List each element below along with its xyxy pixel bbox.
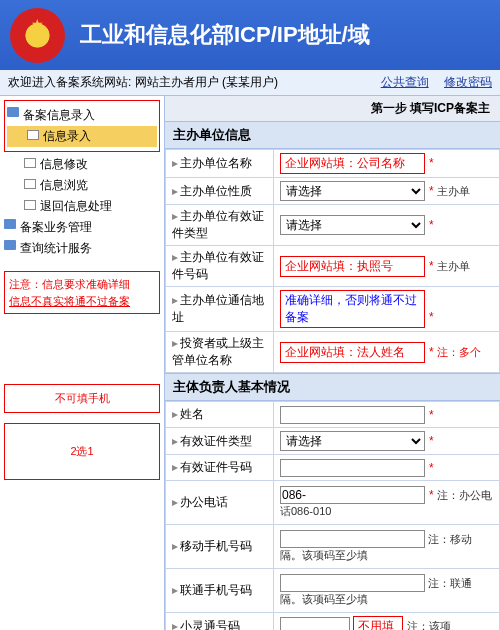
step-indicator: 第一步 填写ICP备案主 xyxy=(165,96,500,121)
field-investor[interactable]: 企业网站填：法人姓名 xyxy=(280,342,425,363)
form-org: ▸主办单位名称 企业网站填：公司名称* ▸主办单位性质 请选择* 主办单 ▸主办… xyxy=(165,149,500,373)
input-phs[interactable] xyxy=(280,617,350,630)
note-accuracy: 注意：信息要求准确详细 信息不真实将通不过备案 xyxy=(4,271,160,314)
input-mobile[interactable] xyxy=(280,530,425,548)
note-no-mobile: 不可填手机 xyxy=(4,384,160,413)
welcome-text: 欢迎进入备案系统网站: 网站主办者用户 (某某用户) xyxy=(8,74,278,91)
link-public-query[interactable]: 公共查询 xyxy=(381,75,429,89)
form-person: ▸姓名 * ▸有效证件类型 请选择* ▸有效证件号码 * ▸办公电话 * 注：办… xyxy=(165,401,500,630)
sidebar: 备案信息录入 信息录入 信息修改 信息浏览 退回信息处理 备案业务管理 查询统计… xyxy=(0,96,165,630)
input-office-phone[interactable] xyxy=(280,486,425,504)
sidebar-item-filing[interactable]: 备案信息录入 xyxy=(7,105,157,126)
sidebar-item-browse[interactable]: 信息浏览 xyxy=(4,175,160,196)
app-title: 工业和信息化部ICP/IP地址/域 xyxy=(80,20,370,50)
select-org-type[interactable]: 请选择 xyxy=(280,181,425,201)
field-org-name[interactable]: 企业网站填：公司名称 xyxy=(280,153,425,174)
emblem-icon xyxy=(10,8,65,63)
sidebar-item-query[interactable]: 查询统计服务 xyxy=(4,238,160,259)
main-panel: 第一步 填写ICP备案主 主办单位信息 ▸主办单位名称 企业网站填：公司名称* … xyxy=(165,96,500,630)
section-org-info: 主办单位信息 xyxy=(165,121,500,149)
top-bar: 欢迎进入备案系统网站: 网站主办者用户 (某某用户) 公共查询 修改密码 xyxy=(0,70,500,96)
input-unicom[interactable] xyxy=(280,574,425,592)
sidebar-item-modify[interactable]: 信息修改 xyxy=(4,154,160,175)
note-choose-one: 2选1 xyxy=(4,423,160,480)
sidebar-item-entry[interactable]: 信息录入 xyxy=(7,126,157,147)
app-header: 工业和信息化部ICP/IP地址/域 xyxy=(0,0,500,70)
input-name[interactable] xyxy=(280,406,425,424)
select-cert-type[interactable]: 请选择 xyxy=(280,215,425,235)
field-cert-no[interactable]: 企业网站填：执照号 xyxy=(280,256,425,277)
select-person-cert[interactable]: 请选择 xyxy=(280,431,425,451)
input-cert-no[interactable] xyxy=(280,459,425,477)
sidebar-item-business[interactable]: 备案业务管理 xyxy=(4,217,160,238)
hint-phs: 不用填 xyxy=(353,616,403,630)
tree-group-filing: 备案信息录入 信息录入 xyxy=(4,100,160,152)
link-change-password[interactable]: 修改密码 xyxy=(444,75,492,89)
section-person-info: 主体负责人基本情况 xyxy=(165,373,500,401)
field-address[interactable]: 准确详细，否则将通不过备案 xyxy=(280,290,425,328)
sidebar-item-returned[interactable]: 退回信息处理 xyxy=(4,196,160,217)
